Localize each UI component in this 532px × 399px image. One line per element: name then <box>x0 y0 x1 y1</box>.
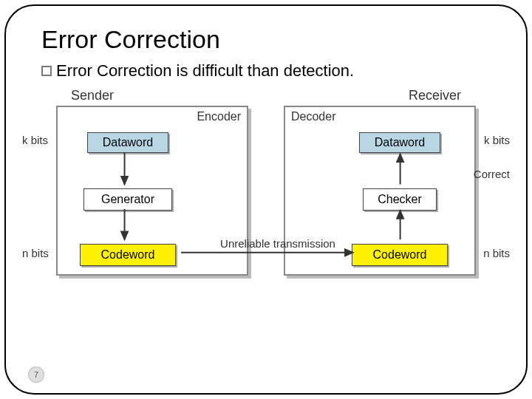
bullet-row: Error Correction is difficult than detec… <box>41 61 505 81</box>
sender-dataword-block: Dataword <box>87 132 168 153</box>
page-number: 7 <box>28 366 44 383</box>
generator-block: Generator <box>83 188 172 211</box>
slide-frame: Error Correction Error Correction is dif… <box>4 4 528 395</box>
bullet-text: Error Correction is difficult than detec… <box>56 61 354 81</box>
sender-label: Sender <box>71 88 114 103</box>
square-bullet-icon <box>41 66 52 76</box>
unreliable-label: Unreliable transmission <box>215 237 341 250</box>
receiver-dataword-block: Dataword <box>359 132 440 153</box>
receiver-kbits-label: k bits <box>484 134 510 146</box>
sender-nbits-label: n bits <box>22 247 49 259</box>
sender-kbits-label: k bits <box>22 134 48 146</box>
encoder-panel: Encoder Dataword Generator Codeword <box>56 106 248 276</box>
decoder-panel: Decoder Dataword Checker Codeword <box>284 106 476 276</box>
sender-codeword-block: Codeword <box>80 244 176 266</box>
receiver-nbits-label: n bits <box>483 247 510 259</box>
decoder-title: Decoder <box>291 110 335 123</box>
receiver-label: Receiver <box>409 88 461 103</box>
receiver-codeword-block: Codeword <box>352 244 448 266</box>
diagram-area: Sender Receiver Encoder Dataword Generat… <box>27 88 505 324</box>
encoder-title: Encoder <box>197 110 241 123</box>
correct-label: Correct <box>474 168 510 180</box>
checker-block: Checker <box>363 188 437 211</box>
slide-title: Error Correction <box>41 25 505 54</box>
